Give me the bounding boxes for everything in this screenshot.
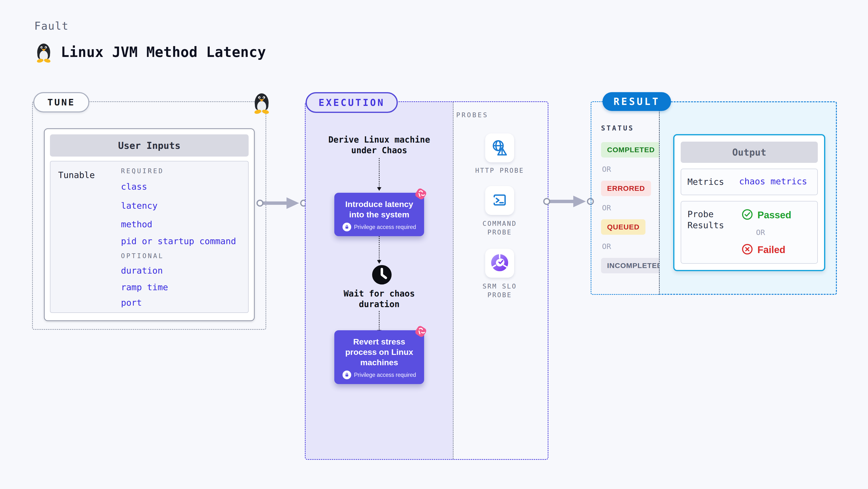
command-probe-label: COMMAND PROBE	[471, 219, 529, 237]
status-badge-queued: QUEUED	[601, 219, 646, 235]
or-label: OR	[602, 203, 611, 212]
probe-result-passed: Passed	[742, 209, 791, 221]
input-method: method	[121, 219, 152, 229]
probe-result-failed: Failed	[742, 243, 791, 256]
page-title-row: Linux JVM Method Latency	[33, 40, 266, 64]
or-label: OR	[602, 165, 611, 173]
privilege-note: Privilege access required	[354, 372, 416, 378]
lock-icon	[343, 223, 351, 231]
metrics-value[interactable]: chaos metrics	[739, 176, 807, 186]
x-circle-icon	[742, 243, 753, 256]
globe-alert-icon	[491, 138, 509, 158]
result-status-section: STATUS COMPLETED OR ERRORED OR QUEUED OR…	[591, 101, 660, 295]
http-probe-card[interactable]	[485, 133, 514, 162]
flow-arrow-3	[379, 311, 380, 332]
user-inputs-card: User Inputs Tunable REQUIRED class laten…	[44, 128, 255, 321]
metrics-label: Metrics	[687, 176, 736, 188]
input-latency: latency	[121, 201, 158, 210]
input-port: port	[121, 298, 142, 307]
output-card: Output Metrics chaos metrics Probe Resul…	[673, 134, 825, 271]
optional-label: OPTIONAL	[121, 252, 164, 260]
passed-label: Passed	[757, 209, 791, 221]
revert-stress-node[interactable]: Revert stress process on Linux machines …	[334, 330, 424, 384]
command-probe-card[interactable]	[485, 186, 514, 215]
chaos-icon	[413, 186, 429, 201]
execution-pill: EXECUTION	[306, 92, 398, 113]
user-inputs-title: User Inputs	[50, 134, 249, 157]
srm-slo-probe-card[interactable]	[485, 249, 514, 278]
input-duration: duration	[121, 266, 163, 275]
input-pid-or-startup-command: pid or startup command	[121, 236, 236, 246]
privilege-note: Privilege access required	[354, 224, 416, 230]
status-badge-completed: COMPLETED	[601, 142, 661, 158]
execution-flow-area: Derive Linux machine under Chaos Introdu…	[306, 102, 454, 459]
status-badge-incompleted: INCOMPLETED	[601, 258, 669, 273]
tux-penguin-icon-small	[251, 90, 273, 115]
revert-stress-label: Revert stress process on Linux machines	[337, 336, 422, 368]
execution-section: Derive Linux machine under Chaos Introdu…	[305, 101, 549, 460]
srm-slo-probe-label: SRM SLO PROBE	[471, 282, 529, 299]
metrics-row: Metrics chaos metrics	[681, 169, 818, 195]
tunable-label: Tunable	[58, 170, 95, 180]
probe-results-label: Probe Results	[687, 209, 738, 231]
required-label: REQUIRED	[121, 167, 164, 175]
input-ramp-time: ramp time	[121, 282, 168, 292]
status-title: STATUS	[601, 124, 634, 132]
result-output-section: Output Metrics chaos metrics Probe Resul…	[659, 101, 837, 295]
tune-pill: TUNE	[33, 92, 89, 112]
page-kicker: Fault	[34, 20, 68, 32]
page-title: Linux JVM Method Latency	[61, 44, 266, 60]
probe-results-row: Probe Results Passed OR	[681, 201, 818, 264]
slo-donut-icon	[491, 254, 508, 272]
introduce-latency-label: Introduce latency into the system	[337, 199, 422, 220]
terminal-icon	[491, 191, 508, 209]
execution-to-result-arrow	[543, 194, 595, 209]
tux-penguin-icon	[33, 40, 54, 64]
or-label: OR	[602, 242, 611, 251]
chaos-icon	[413, 324, 429, 339]
check-circle-icon	[742, 209, 753, 221]
output-title: Output	[681, 141, 818, 163]
status-badge-column: COMPLETED OR ERRORED OR QUEUED OR INCOMP…	[601, 142, 669, 273]
fault-diagram-page: Fault Linux JVM Method Latency TUNE	[0, 0, 868, 489]
result-pill: RESULT	[602, 92, 671, 111]
or-label: OR	[756, 228, 791, 237]
clock-icon	[371, 264, 393, 285]
status-badge-errored: ERRORED	[601, 181, 651, 196]
probes-label: PROBES	[456, 111, 489, 119]
introduce-latency-node[interactable]: Introduce latency into the system Privil…	[334, 193, 424, 236]
flow-arrow-1	[379, 158, 380, 189]
lock-icon	[343, 370, 351, 379]
derive-step-text: Derive Linux machine under Chaos	[306, 134, 453, 156]
http-probe-label: HTTP PROBE	[471, 166, 529, 175]
flow-arrow-2	[379, 236, 380, 262]
failed-label: Failed	[757, 244, 785, 255]
user-inputs-list: Tunable REQUIRED class latency method pi…	[50, 161, 249, 313]
tune-to-execution-arrow	[256, 195, 308, 211]
wait-step-text: Wait for chaos duration	[306, 288, 453, 309]
input-class: class	[121, 182, 147, 192]
